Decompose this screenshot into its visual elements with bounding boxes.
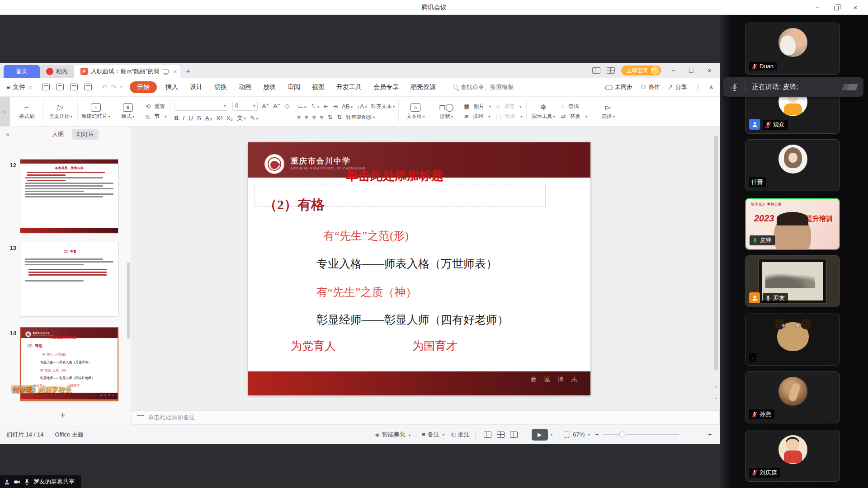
shapes-button[interactable]: ◻◯ 形状▾ bbox=[433, 103, 459, 120]
pinyin-button[interactable]: 文▾ bbox=[237, 114, 246, 122]
numbering-button[interactable]: ⒈▾ bbox=[310, 102, 319, 110]
command-search[interactable] bbox=[453, 84, 544, 90]
menu-member[interactable]: 会员专享 bbox=[368, 83, 405, 91]
share-button[interactable]: ↗分享 bbox=[668, 83, 687, 91]
tab-home[interactable]: 首页 bbox=[4, 65, 40, 78]
zoom-in-button[interactable]: + bbox=[708, 431, 712, 438]
underline-button[interactable]: U bbox=[189, 115, 193, 122]
bullets-button[interactable]: ≔▾ bbox=[297, 103, 306, 110]
section-button[interactable]: ⎗节▾ bbox=[146, 113, 166, 120]
line-spacing-button[interactable]: ⇅ bbox=[328, 113, 333, 121]
fill-button[interactable]: ◬填充▾ bbox=[495, 103, 523, 110]
previous-slide-icon[interactable]: ⌃ bbox=[713, 385, 719, 391]
slideshow-play-button[interactable]: ▶ bbox=[532, 429, 548, 441]
notes-bar[interactable]: 单击此处添加备注 bbox=[131, 410, 720, 425]
increase-indent-icon[interactable]: ⇥ bbox=[333, 103, 338, 110]
restore-icon[interactable] bbox=[827, 0, 845, 15]
zoom-slider-knob[interactable] bbox=[619, 432, 625, 437]
editor-scrollbar[interactable] bbox=[714, 136, 718, 371]
textbox-button[interactable]: A 文本框▾ bbox=[402, 103, 429, 120]
participant-tile-liuqingsen[interactable]: 刘庆森 bbox=[745, 430, 840, 482]
menu-animation[interactable]: 动画 bbox=[233, 83, 257, 91]
slide-thumbnail-13[interactable]: （1）中看 bbox=[20, 242, 118, 316]
menu-file[interactable]: ≡ 文件 ∨ bbox=[0, 83, 37, 91]
collapse-ribbon-icon[interactable]: ∧ bbox=[709, 84, 713, 90]
select-button[interactable]: ▻ 选择▾ bbox=[595, 103, 621, 120]
normal-view-icon[interactable] bbox=[484, 432, 491, 438]
tab-docer[interactable]: 稻壳 bbox=[40, 65, 74, 78]
tab-slides[interactable]: 幻灯片 bbox=[72, 129, 99, 140]
slide-text-line[interactable]: 彰显经师——彰显人师（四有好老师） bbox=[316, 312, 509, 327]
sync-status[interactable]: 未同步 bbox=[605, 83, 632, 91]
para-spacing-button[interactable]: ⇅ bbox=[337, 113, 342, 121]
panel-collapse-strip[interactable]: ‹ bbox=[0, 97, 10, 126]
tab-document[interactable]: P 入职面试：展示“靓丽”的我 × bbox=[74, 65, 180, 78]
italic-button[interactable]: I bbox=[183, 115, 184, 122]
slide-heading[interactable]: （2）有格 bbox=[264, 196, 325, 214]
font-family-combo[interactable]: ▾ bbox=[174, 101, 228, 111]
superscript-button[interactable]: X² bbox=[216, 115, 222, 122]
close-tab-icon[interactable]: × bbox=[174, 68, 177, 75]
zoom-slider[interactable] bbox=[603, 434, 679, 435]
participant-tile-duan[interactable]: Duan bbox=[745, 23, 840, 75]
next-slide-icon[interactable]: ⌄ bbox=[713, 394, 719, 400]
comments-button[interactable]: ⎗ 批注 bbox=[451, 431, 469, 439]
wps-close-icon[interactable]: × bbox=[703, 67, 715, 74]
new-slide-button[interactable]: + 新建幻灯片▾ bbox=[81, 103, 110, 120]
subscript-button[interactable]: X₂ bbox=[226, 115, 233, 122]
panel-scrollbar[interactable] bbox=[127, 262, 130, 339]
screen-share-indicator[interactable]: 罗友的屏幕共享 bbox=[0, 475, 81, 488]
login-button[interactable]: 立即登录 bbox=[621, 66, 661, 75]
participant-tile-sunyan[interactable]: 孙燕 bbox=[745, 371, 840, 423]
participant-tile-luoyou[interactable]: 罗友 bbox=[745, 255, 840, 307]
add-slide-button[interactable]: + bbox=[60, 410, 66, 421]
smart-graphic-button[interactable]: 转智能图形▾ bbox=[346, 114, 375, 121]
wps-minimize-icon[interactable]: − bbox=[667, 67, 679, 74]
clear-format-icon[interactable]: ◇ bbox=[285, 102, 289, 109]
font-size-combo[interactable]: 0▾ bbox=[232, 101, 258, 111]
notes-toggle-button[interactable]: ≡ 备注 ▾ bbox=[422, 431, 444, 439]
strikethrough-button[interactable]: S bbox=[197, 115, 201, 122]
slide-slogan-left[interactable]: 为党育人 bbox=[291, 338, 336, 353]
slide-thumbnail-12[interactable]: 各美其美，美美与共 bbox=[20, 159, 118, 233]
present-tools-button[interactable]: ⛯ 演示工具▾ bbox=[530, 103, 557, 120]
menu-review[interactable]: 审阅 bbox=[282, 83, 306, 91]
menu-transition[interactable]: 切换 bbox=[208, 83, 233, 91]
menu-docer-res[interactable]: 稻壳资源 bbox=[405, 83, 442, 91]
menu-devtools[interactable]: 开发工具 bbox=[330, 83, 368, 91]
minimize-icon[interactable]: − bbox=[808, 0, 826, 15]
more-icon[interactable]: ▾ bbox=[120, 84, 123, 89]
char-spacing-button[interactable]: AB▾ bbox=[342, 103, 353, 110]
participant-tile-renjin[interactable]: 任晋 bbox=[745, 139, 840, 191]
picture-button[interactable]: ▦图片▾ bbox=[464, 103, 491, 110]
grid-view-icon[interactable] bbox=[607, 67, 615, 74]
outline-button[interactable]: ▢轮廓▾ bbox=[495, 113, 523, 120]
text-direction-button[interactable]: ↓A▾ bbox=[357, 103, 367, 110]
slide-text-line[interactable]: 有“先生”之范(形) bbox=[323, 228, 409, 243]
participant-tile-dot[interactable]: ? ? . bbox=[745, 314, 840, 366]
print-icon[interactable] bbox=[70, 84, 78, 90]
more-menu-icon[interactable]: ⋮ bbox=[695, 84, 701, 90]
participant-tile-pifeng[interactable]: 以文化人 承传正道 2023 能力提升培训 皮锋 bbox=[745, 198, 840, 250]
format-painter-button[interactable]: ⌐ 格式刷 bbox=[14, 103, 40, 120]
justify-icon[interactable]: ≡ bbox=[320, 114, 324, 121]
zoom-out-button[interactable]: − bbox=[595, 431, 599, 438]
collaborate-button[interactable]: ⚇协作 bbox=[641, 83, 660, 91]
find-button[interactable]: ◌查找 bbox=[561, 103, 587, 110]
tab-outline[interactable]: 大纲 bbox=[47, 129, 68, 140]
font-color-button[interactable]: A▾ bbox=[205, 115, 212, 122]
fit-slide-icon[interactable] bbox=[564, 432, 570, 438]
bold-button[interactable]: B bbox=[174, 115, 179, 122]
redo-icon[interactable]: ↷ bbox=[111, 83, 117, 91]
slide-editor-area[interactable]: 重庆市合川中学 HECHUAN HIGH SCHOOL OF CHONGQING… bbox=[131, 127, 720, 410]
decrease-indent-icon[interactable]: ⇤ bbox=[323, 103, 328, 110]
play-from-current-button[interactable]: ▷ 当页开始▾ bbox=[47, 103, 74, 120]
slide-title-placeholder[interactable]: 单击此处添加标题 bbox=[346, 168, 443, 184]
align-right-icon[interactable]: ≡ bbox=[312, 114, 316, 121]
slide-sorter-view-icon[interactable] bbox=[497, 432, 505, 438]
slide-text-line[interactable]: 有“先生”之质（神） bbox=[316, 285, 417, 300]
slide-slogan-right[interactable]: 为国育才 bbox=[412, 338, 458, 353]
zoom-level[interactable]: 67% ▾ bbox=[573, 431, 590, 438]
smart-beautify-button[interactable]: ◈ 智能美化 ▴ bbox=[375, 431, 411, 439]
new-tab-button[interactable]: + bbox=[186, 65, 190, 78]
